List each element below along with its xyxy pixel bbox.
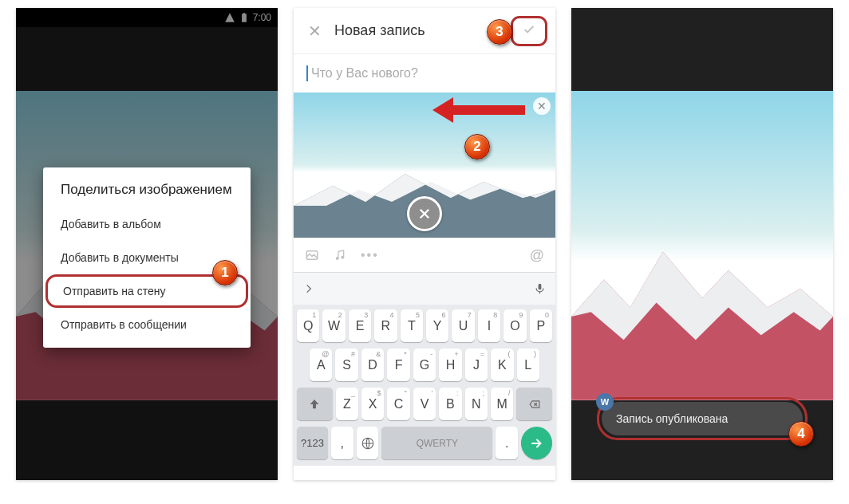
post-input-row[interactable] [294, 54, 555, 93]
step-badge-4: 4 [788, 421, 814, 447]
shift-key[interactable] [297, 388, 333, 420]
svg-point-2 [341, 256, 344, 259]
key-t[interactable]: T5 [401, 309, 423, 342]
screen-toast: W Запись опубликована 4 [571, 8, 833, 480]
arrow-annotation [432, 97, 525, 123]
svg-rect-3 [539, 284, 542, 290]
backspace-key[interactable] [516, 388, 552, 420]
key-z[interactable]: Z_ [336, 388, 358, 420]
step-badge-1: 1 [212, 260, 238, 285]
music-icon[interactable] [334, 248, 346, 262]
post-input[interactable] [310, 65, 543, 81]
menu-add-album[interactable]: Добавить в альбом [43, 207, 251, 241]
remove-image-button[interactable] [407, 196, 442, 231]
numeric-key[interactable]: ?123 [297, 427, 328, 459]
top-bar: ✕ Новая запись [294, 8, 555, 54]
key-g[interactable]: G- [413, 348, 436, 381]
remove-image-chip[interactable]: ✕ [533, 97, 551, 115]
globe-key[interactable] [357, 427, 379, 459]
screen-share-menu: 7:00 Поделиться изображением Добавить в … [16, 8, 278, 480]
toast-highlight: W Запись опубликована [597, 397, 808, 440]
enter-key[interactable] [521, 427, 552, 459]
menu-send-message[interactable]: Отправить в сообщении [43, 308, 251, 341]
submit-button[interactable] [511, 16, 547, 46]
key-i[interactable]: I8 [478, 309, 500, 342]
step-badge-2: 2 [464, 134, 490, 159]
mention-icon[interactable]: @ [530, 247, 544, 264]
keyboard: Q1W2E3R4T5Y6U7I8O9P0 A@S#D&F*G-H+J=K(L) … [294, 305, 555, 466]
svg-point-1 [336, 257, 339, 260]
screen-new-post: ✕ Новая запись ✕ ••• @ Q1 [294, 8, 555, 480]
key-v[interactable]: V' [413, 388, 436, 420]
background-image [571, 91, 833, 400]
key-q[interactable]: Q1 [297, 309, 319, 342]
keyboard-suggestion-bar [294, 272, 555, 305]
key-a[interactable]: A@ [310, 348, 332, 381]
key-f[interactable]: F* [387, 348, 409, 381]
key-r[interactable]: R4 [374, 309, 397, 342]
toast-text: Запись опубликована [616, 412, 728, 425]
vk-icon: W [596, 393, 614, 411]
key-p[interactable]: P0 [530, 309, 552, 342]
share-dialog: Поделиться изображением Добавить в альбо… [43, 167, 251, 348]
key-y[interactable]: Y6 [426, 309, 448, 342]
attach-bar: ••• @ [294, 238, 555, 272]
chevron-right-icon[interactable] [303, 283, 314, 294]
key-d[interactable]: D& [361, 348, 384, 381]
key-h[interactable]: H+ [439, 348, 461, 381]
key-u[interactable]: U7 [452, 309, 474, 342]
key-j[interactable]: J= [465, 348, 488, 381]
period-key[interactable]: . [496, 427, 518, 459]
step-badge-3: 3 [487, 19, 512, 45]
key-c[interactable]: C" [387, 388, 409, 420]
more-icon[interactable]: ••• [361, 248, 379, 262]
key-b[interactable]: B: [439, 388, 461, 420]
screen-title: Новая запись [334, 22, 511, 39]
mic-icon[interactable] [534, 281, 546, 297]
comma-key[interactable]: , [331, 427, 353, 459]
key-l[interactable]: L) [517, 348, 539, 381]
close-button[interactable]: ✕ [302, 15, 328, 47]
space-key[interactable]: QWERTY [381, 427, 492, 459]
key-k[interactable]: K( [491, 348, 513, 381]
key-w[interactable]: W2 [322, 309, 345, 342]
key-n[interactable]: N; [465, 388, 488, 420]
toast: Запись опубликована [602, 402, 803, 435]
gallery-icon[interactable] [305, 248, 319, 262]
key-o[interactable]: O9 [503, 309, 526, 342]
key-m[interactable]: M/ [491, 388, 513, 420]
key-x[interactable]: X$ [361, 388, 384, 420]
key-s[interactable]: S# [335, 348, 357, 381]
text-cursor [306, 65, 308, 81]
dialog-title: Поделиться изображением [43, 182, 251, 207]
key-e[interactable]: E3 [349, 309, 371, 342]
